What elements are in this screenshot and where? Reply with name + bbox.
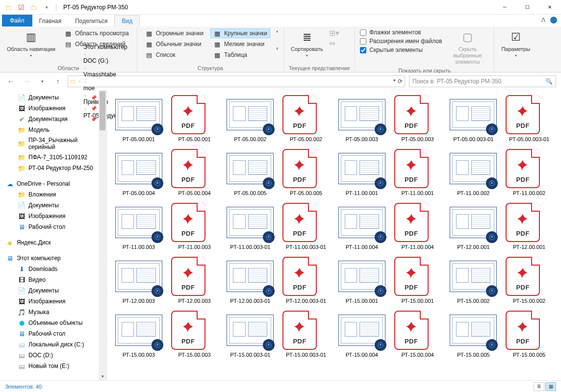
scrollbar-thumb[interactable] bbox=[100, 91, 105, 130]
file-item[interactable]: РТ-15.00.005 bbox=[448, 311, 500, 358]
tab-file[interactable]: Файл bbox=[2, 15, 32, 26]
tree-item[interactable]: ⬇Downloads bbox=[0, 264, 106, 274]
file-item[interactable]: РТ-15.00.003 bbox=[113, 311, 165, 358]
hidden-items-checkbox[interactable]: Скрытые элементы bbox=[360, 46, 442, 54]
tree-heading[interactable]: ☁OneDrive - Personal bbox=[0, 178, 106, 189]
sidebar-scrollbar[interactable]: ▴ ▾ bbox=[99, 90, 106, 380]
tree-item[interactable]: 📁РТ-04 Редуктор РМ-250 bbox=[0, 163, 106, 173]
tree-item[interactable]: 🎵Музыка bbox=[0, 307, 106, 318]
file-item[interactable]: РТ-05.00.003 bbox=[336, 95, 388, 142]
file-item[interactable]: PDFРТ-11.00.001 bbox=[392, 149, 444, 196]
search-input[interactable]: Поиск в: РТ-05 Редуктор PM-350 🔍 bbox=[409, 75, 556, 87]
help-icon[interactable]: ? bbox=[550, 17, 557, 24]
tree-item[interactable]: 📁ПР-34_Рычажный серийный bbox=[0, 135, 106, 152]
file-item[interactable]: PDFРТ-11.00.003-01 bbox=[280, 203, 332, 250]
breadcrumb-segment[interactable]: Этот компьютер bbox=[83, 44, 148, 50]
file-item[interactable]: РТ-11.00.002 bbox=[448, 149, 500, 196]
tree-item[interactable]: ✔Документация📌 bbox=[0, 114, 106, 124]
file-item[interactable]: PDFРТ-12.00.003-01 bbox=[280, 257, 332, 304]
tree-item[interactable]: 🖼Изображения📌 bbox=[0, 103, 106, 114]
options-button[interactable]: ☑ Параметры ▾ bbox=[499, 28, 532, 59]
file-item[interactable]: PDFРТ-12.00.001 bbox=[503, 203, 555, 250]
layout-scroll-down-icon[interactable]: ▾ bbox=[276, 46, 279, 51]
file-item[interactable]: РТ-11.00.001 bbox=[336, 149, 388, 196]
tree-item[interactable]: 🖥Рабочий стол bbox=[0, 328, 106, 339]
file-item[interactable]: РТ-15.00.004 bbox=[336, 311, 388, 358]
tab-view[interactable]: Вид bbox=[114, 15, 140, 26]
tree-item[interactable]: 🖼Изображения bbox=[0, 211, 106, 221]
file-item[interactable]: PDFРТ-15.00.003-01 bbox=[280, 311, 332, 358]
recent-dropdown-icon[interactable]: ▾ bbox=[36, 75, 48, 87]
file-item[interactable]: PDFРТ-05.00.003-01 bbox=[503, 95, 555, 142]
tree-item[interactable]: ⬢Объемные объекты bbox=[0, 318, 106, 328]
tree-item[interactable]: 🖴Локальный диск (C:) bbox=[0, 339, 106, 350]
file-item[interactable]: РТ-11.00.004 bbox=[336, 203, 388, 250]
extra-large-icons-button[interactable]: ▦Огромные значки bbox=[142, 28, 206, 38]
tab-share[interactable]: Поделиться bbox=[68, 16, 114, 26]
tree-item[interactable]: 📄Документы bbox=[0, 285, 106, 296]
file-item[interactable]: РТ-15.00.003-01 bbox=[225, 311, 277, 358]
file-item[interactable]: PDFРТ-11.00.002 bbox=[503, 149, 555, 196]
item-checkboxes-checkbox[interactable]: Флажки элементов bbox=[360, 28, 442, 36]
qat-folder-icon[interactable]: 🗀 bbox=[28, 2, 39, 13]
breadcrumb-segment[interactable]: Vmasshtabe bbox=[83, 71, 148, 78]
table-button[interactable]: ▦Таблица bbox=[210, 50, 270, 60]
up-button[interactable]: ↑ bbox=[52, 75, 64, 87]
file-item[interactable]: РТ-12.00.003-01 bbox=[225, 257, 277, 304]
chevron-icon[interactable]: › bbox=[83, 52, 87, 57]
file-item[interactable]: РТ-12.00.001 bbox=[448, 203, 500, 250]
details-view-button[interactable]: ≣ bbox=[534, 382, 544, 391]
scroll-down-icon[interactable]: ▾ bbox=[99, 372, 106, 380]
file-item[interactable]: PDFРТ-15.00.002 bbox=[503, 257, 555, 304]
tree-item[interactable]: 🖴Новый том (E:) bbox=[0, 361, 106, 371]
breadcrumb-segment[interactable]: DOC (G:) bbox=[83, 57, 148, 64]
tree-heading[interactable]: ◆Яндекс.Диск bbox=[0, 237, 106, 248]
tree-item[interactable]: 📄Документы bbox=[0, 200, 106, 211]
tree-item[interactable]: 🖥Рабочий стол bbox=[0, 221, 106, 232]
tree-heading[interactable]: 🖥Этот компьютер bbox=[0, 253, 106, 264]
file-item[interactable]: PDFРТ-05.00.003 bbox=[392, 95, 444, 142]
chevron-icon[interactable]: › bbox=[83, 79, 87, 84]
tree-item[interactable]: 🖼Изображения bbox=[0, 296, 106, 307]
file-item[interactable]: РТ-11.00.003-01 bbox=[225, 203, 277, 250]
medium-icons-button[interactable]: ▦Обычные значки bbox=[142, 39, 206, 49]
hide-selected-button[interactable]: ▢ Скрыть выбранные элементы bbox=[446, 28, 489, 67]
file-item[interactable]: РТ-15.00.002 bbox=[448, 257, 500, 304]
icons-view-button[interactable]: ▦ bbox=[545, 382, 556, 391]
qat-dropdown-icon[interactable]: ▾ bbox=[41, 2, 52, 13]
file-item[interactable]: PDFРТ-15.00.004 bbox=[392, 311, 444, 358]
file-item[interactable]: PDFРТ-15.00.003 bbox=[169, 311, 221, 358]
file-item[interactable]: PDFРТ-05.00.001 bbox=[169, 95, 221, 142]
tab-home[interactable]: Главная bbox=[32, 16, 69, 26]
tree-item[interactable]: 🖴DOC (D:) bbox=[0, 350, 106, 361]
file-item[interactable]: РТ-12.00.003 bbox=[113, 257, 165, 304]
file-item[interactable]: РТ-05.00.004 bbox=[113, 149, 165, 196]
file-item[interactable]: РТ-05.00.001 bbox=[113, 95, 165, 142]
file-item[interactable]: РТ-05.00.005 bbox=[225, 149, 277, 196]
fit-columns-icon[interactable]: ⇔ bbox=[329, 39, 339, 48]
file-item[interactable]: РТ-05.00.002 bbox=[225, 95, 277, 142]
file-item[interactable]: PDFРТ-15.00.001 bbox=[392, 257, 444, 304]
small-icons-button[interactable]: ▦Мелкие значки bbox=[210, 39, 270, 49]
add-columns-icon[interactable]: ⊞▾ bbox=[329, 28, 339, 38]
file-item[interactable]: РТ-05.00.003-01 bbox=[448, 95, 500, 142]
address-dropdown-icon[interactable]: ▾ bbox=[393, 78, 396, 85]
forward-button[interactable]: → bbox=[21, 75, 32, 87]
preview-pane-button[interactable]: ▦Область просмотра bbox=[61, 28, 132, 38]
file-item[interactable]: PDFРТ-15.00.005 bbox=[503, 311, 555, 358]
tree-item[interactable]: 📁Вложения bbox=[0, 189, 106, 200]
back-button[interactable]: ← bbox=[5, 75, 17, 87]
list-button[interactable]: ▤Список bbox=[142, 50, 206, 60]
close-button[interactable]: ✕ bbox=[538, 0, 561, 15]
file-extensions-checkbox[interactable]: Расширения имен файлов bbox=[360, 37, 442, 45]
file-item[interactable]: РТ-15.00.001 bbox=[336, 257, 388, 304]
navigation-pane-button[interactable]: ▥ Область навигации ▾ bbox=[5, 28, 57, 59]
tree-item[interactable]: 📁ПФА-7_3105-1109192 bbox=[0, 152, 106, 163]
chevron-icon[interactable]: › bbox=[83, 66, 87, 71]
file-item[interactable]: PDFРТ-11.00.004 bbox=[392, 203, 444, 250]
tree-item[interactable]: 📄Документы📌 bbox=[0, 92, 106, 103]
address-bar[interactable]: 🗀 › Этот компьютер›DOC (G:)›Vmasshtabe›m… bbox=[68, 75, 405, 87]
file-item[interactable]: PDFРТ-05.00.002 bbox=[280, 95, 332, 142]
chevron-icon[interactable]: › bbox=[78, 79, 81, 84]
tree-item[interactable]: 🎞Видео bbox=[0, 274, 106, 285]
